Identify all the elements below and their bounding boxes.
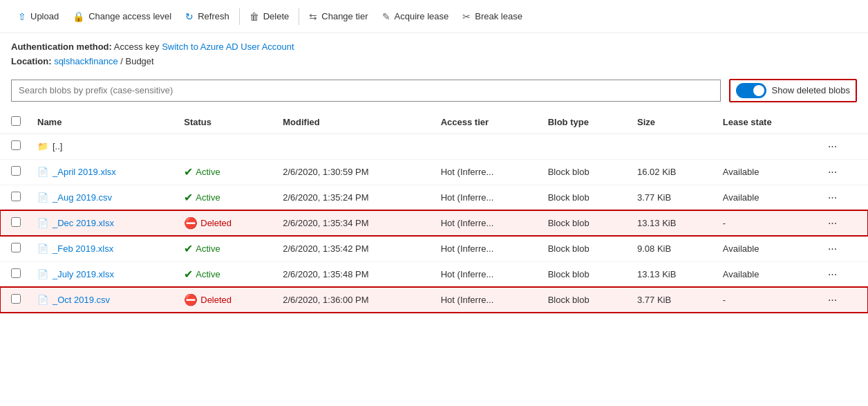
header-blob-type[interactable]: Blob type — [540, 111, 629, 134]
row-access-tier: Hot (Inferre... — [433, 236, 540, 261]
row-more-button[interactable]: ··· — [824, 139, 841, 154]
row-checkbox[interactable] — [11, 166, 21, 176]
row-modified: 2/6/2020, 1:35:42 PM — [274, 236, 432, 261]
upload-button[interactable]: ⇧ Upload — [11, 7, 66, 26]
row-checkbox[interactable] — [11, 268, 21, 278]
table-row: 📄_Oct 2019.csv⛔Deleted2/6/2020, 1:36:00 … — [0, 287, 868, 313]
row-lease-state: - — [715, 287, 815, 313]
status-active: ✔Active — [184, 242, 266, 255]
acquire-lease-button[interactable]: ✎ Acquire lease — [375, 7, 456, 26]
row-size — [629, 133, 715, 159]
table-row: 📄_Feb 2019.xlsx✔Active2/6/2020, 1:35:42 … — [0, 236, 868, 261]
status-active-icon: ✔ — [184, 242, 193, 255]
row-status: ✔Active — [176, 185, 274, 210]
lock-icon: 🔒 — [73, 11, 84, 22]
status-deleted: ⛔Deleted — [184, 216, 266, 230]
refresh-button[interactable]: ↻ Refresh — [178, 7, 236, 26]
row-more-cell: ··· — [815, 236, 868, 261]
acquire-lease-icon: ✎ — [382, 11, 390, 22]
row-checkbox[interactable] — [11, 140, 21, 150]
row-more-button[interactable]: ··· — [824, 216, 841, 231]
toolbar: ⇧ Upload 🔒 Change access level ↻ Refresh… — [0, 0, 868, 33]
row-size: 9.08 KiB — [629, 236, 715, 261]
row-more-button[interactable]: ··· — [824, 293, 841, 308]
row-name-text[interactable]: _April 2019.xlsx — [53, 167, 116, 177]
row-access-tier: Hot (Inferre... — [433, 185, 540, 210]
status-deleted-icon: ⛔ — [184, 216, 198, 230]
separator-2 — [299, 8, 299, 25]
row-checkbox-cell — [0, 159, 29, 185]
break-lease-button[interactable]: ✂ Break lease — [455, 7, 529, 26]
row-more-button[interactable]: ··· — [824, 165, 841, 180]
show-deleted-toggle[interactable] — [736, 83, 766, 98]
header-access-tier[interactable]: Access tier — [433, 111, 540, 134]
row-name-text[interactable]: _Oct 2019.csv — [53, 295, 110, 305]
row-size: 3.77 KiB — [629, 185, 715, 210]
search-input[interactable] — [11, 80, 721, 102]
row-lease-state: Available — [715, 185, 815, 210]
row-size: 13.13 KiB — [629, 210, 715, 236]
status-active: ✔Active — [184, 165, 266, 178]
row-checkbox-cell — [0, 185, 29, 210]
file-icon: 📄 — [37, 167, 48, 177]
header-status[interactable]: Status — [176, 111, 274, 134]
row-more-button[interactable]: ··· — [824, 267, 841, 282]
select-all-checkbox[interactable] — [11, 116, 21, 126]
row-more-cell: ··· — [815, 261, 868, 287]
row-status: ✔Active — [176, 236, 274, 261]
row-name: 📄_Feb 2019.xlsx — [29, 236, 176, 261]
row-checkbox-cell — [0, 287, 29, 313]
auth-label: Authentication method: — [11, 41, 112, 52]
file-icon: 📄 — [37, 243, 48, 254]
row-access-tier: Hot (Inferre... — [433, 287, 540, 313]
header-size[interactable]: Size — [629, 111, 715, 134]
header-modified[interactable]: Modified — [274, 111, 432, 134]
row-checkbox-cell — [0, 210, 29, 236]
row-name-text[interactable]: _Feb 2019.xlsx — [53, 243, 113, 254]
row-checkbox[interactable] — [11, 294, 21, 304]
info-bar: Authentication method: Access key Switch… — [0, 33, 868, 73]
auth-link[interactable]: Switch to Azure AD User Account — [162, 41, 294, 52]
row-checkbox[interactable] — [11, 192, 21, 201]
show-deleted-label: Show deleted blobs — [772, 85, 850, 95]
row-more-button[interactable]: ··· — [824, 241, 841, 257]
file-icon: 📄 — [37, 295, 48, 305]
change-access-button[interactable]: 🔒 Change access level — [66, 7, 178, 26]
row-more-cell: ··· — [815, 287, 868, 313]
delete-button[interactable]: 🗑 Delete — [243, 7, 296, 26]
row-checkbox[interactable] — [11, 243, 21, 252]
row-name: 📁[..] — [29, 133, 176, 159]
row-access-tier: Hot (Inferre... — [433, 210, 540, 236]
break-lease-icon: ✂ — [462, 11, 471, 22]
file-icon: 📄 — [37, 269, 48, 279]
location-link[interactable]: sqlshackfinance — [54, 56, 118, 66]
row-checkbox[interactable] — [11, 217, 21, 227]
upload-icon: ⇧ — [18, 11, 26, 22]
row-name: 📄_April 2019.xlsx — [29, 159, 176, 185]
header-lease-state[interactable]: Lease state — [715, 111, 815, 134]
row-name-text: [..] — [53, 141, 62, 151]
row-checkbox-cell — [0, 236, 29, 261]
row-more-cell: ··· — [815, 210, 868, 236]
table-row: 📄_Aug 2019.csv✔Active2/6/2020, 1:35:24 P… — [0, 185, 868, 210]
row-name: 📄_Dec 2019.xlsx — [29, 210, 176, 236]
row-more-button[interactable]: ··· — [824, 190, 841, 205]
row-more-cell: ··· — [815, 159, 868, 185]
row-name-text[interactable]: _July 2019.xlsx — [53, 269, 114, 279]
acquire-lease-label: Acquire lease — [395, 11, 449, 21]
status-active: ✔Active — [184, 191, 266, 204]
row-name-text[interactable]: _Dec 2019.xlsx — [53, 218, 114, 228]
row-name-text[interactable]: _Aug 2019.csv — [53, 192, 112, 203]
header-name[interactable]: Name — [29, 111, 176, 134]
change-tier-icon: ⇆ — [309, 11, 317, 22]
change-tier-button[interactable]: ⇆ Change tier — [302, 7, 375, 26]
table-row: 📄_July 2019.xlsx✔Active2/6/2020, 1:35:48… — [0, 261, 868, 287]
row-status: ✔Active — [176, 159, 274, 185]
location-folder: Budget — [125, 56, 153, 66]
file-icon: 📄 — [37, 192, 48, 203]
blob-table: Name Status Modified Access tier Blob ty… — [0, 111, 868, 313]
change-access-label: Change access level — [88, 11, 171, 21]
refresh-icon: ↻ — [185, 11, 194, 22]
row-name: 📄_Oct 2019.csv — [29, 287, 176, 313]
row-lease-state — [715, 133, 815, 159]
